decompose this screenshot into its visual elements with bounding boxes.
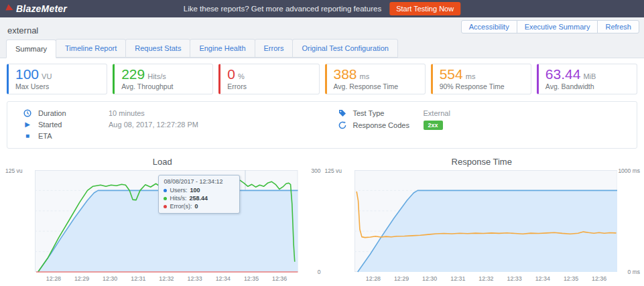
kpi-unit: % — [238, 72, 245, 80]
svg-text:12:34: 12:34 — [216, 275, 231, 282]
kpi-label: Avg. Response Time — [334, 82, 418, 90]
kpi-value: 63.44 — [545, 66, 581, 82]
kpi-label: Avg. Throughput — [121, 82, 206, 90]
tab-timeline-report[interactable]: Timeline Report — [56, 39, 126, 58]
info-label: Test Type — [353, 109, 424, 117]
info-row-response-codes: Response Codes 2xx — [322, 119, 637, 131]
load-chart-block: Load 125 vu 300 0 12:2812:2912:3012:3112… — [3, 153, 322, 286]
refresh-button[interactable]: Refresh — [597, 20, 639, 33]
svg-text:12:32: 12:32 — [159, 275, 174, 282]
tooltip-series-value: 100 — [190, 186, 200, 194]
kpi-avg-response-time: 388ms Avg. Response Time — [325, 64, 426, 94]
report-tabbar: Summary Timeline Report Request Stats En… — [0, 38, 644, 58]
svg-text:12:30: 12:30 — [422, 275, 437, 282]
kpi-value: 229 — [121, 66, 145, 82]
svg-text:12:31: 12:31 — [450, 275, 465, 282]
summary-panel: 100VU Max Users 229Hits/s Avg. Throughpu… — [0, 58, 644, 286]
tooltip-header: 08/08/2017 - 12:34:12 — [164, 178, 235, 185]
svg-text:12:30: 12:30 — [103, 275, 117, 282]
info-label: Duration — [38, 109, 109, 117]
svg-text:12:33: 12:33 — [188, 275, 202, 282]
play-icon: ▶ — [23, 121, 31, 129]
kpi-avg-bandwidth: 63.44MiB Avg. Bandwidth — [537, 64, 637, 94]
info-value: Aug 08, 2017, 12:27:28 PM — [109, 121, 198, 129]
brand-name: BlazeMeter — [16, 3, 67, 14]
tooltip-series-dot — [164, 197, 167, 200]
svg-text:12:29: 12:29 — [393, 275, 408, 282]
square-icon: ■ — [23, 132, 31, 140]
info-label: Response Codes — [353, 121, 424, 129]
info-col-left: Duration 10 minutes ▶ Started Aug 08, 20… — [7, 107, 322, 141]
svg-text:12:29: 12:29 — [74, 275, 89, 282]
tab-errors[interactable]: Errors — [255, 39, 294, 58]
tooltip-series-dot — [164, 205, 167, 208]
promo-text: Like these reports? Get more advanced re… — [184, 5, 381, 13]
kpi-max-users: 100VU Max Users — [7, 64, 107, 94]
tab-summary[interactable]: Summary — [6, 40, 56, 58]
kpi-label: Max Users — [15, 82, 100, 90]
svg-text:12:35: 12:35 — [244, 275, 259, 282]
kpi-value: 100 — [15, 66, 39, 82]
tab-original-test-configuration[interactable]: Original Test Configuration — [292, 39, 397, 58]
response-y-right-top-label: 1000 ms — [618, 167, 640, 174]
kpi-unit: MiB — [583, 72, 596, 80]
kpi-row: 100VU Max Users 229Hits/s Avg. Throughpu… — [0, 58, 644, 97]
response-y-left-label: 125 vu — [325, 167, 342, 174]
kpi-avg-throughput: 229Hits/s Avg. Throughput — [113, 64, 213, 94]
report-header: external Accessibility Executive Summary… — [0, 17, 644, 38]
tooltip-series-value: 258.44 — [189, 194, 208, 202]
svg-text:12:36: 12:36 — [591, 275, 606, 282]
kpi-value: 554 — [440, 66, 463, 82]
kpi-unit: VU — [42, 72, 52, 80]
info-row-eta: ■ ETA — [7, 130, 322, 141]
kpi-label: 90% Response Time — [440, 82, 524, 90]
header-action-group: Accessibility Executive Summary Refresh — [462, 20, 639, 33]
info-value: External — [424, 109, 450, 117]
kpi-errors: 0% Errors — [218, 64, 319, 94]
refresh-circle-icon — [338, 121, 346, 129]
response-time-chart-title: Response Time — [322, 153, 642, 170]
accessibility-button[interactable]: Accessibility — [461, 20, 517, 33]
response-time-chart[interactable]: 12:2812:2912:3012:3112:3212:3312:3412:35… — [355, 170, 618, 285]
svg-text:12:36: 12:36 — [272, 275, 287, 282]
info-col-right: Test Type External Response Codes 2xx — [322, 107, 637, 141]
response-codes-badge[interactable]: 2xx — [424, 121, 443, 130]
tab-request-stats[interactable]: Request Stats — [125, 39, 190, 58]
svg-text:12:28: 12:28 — [365, 275, 380, 282]
response-time-chart-area: 125 vu 1000 ms 0 ms 12:2812:2912:3012:31… — [355, 170, 618, 285]
kpi-90-response-time: 554ms 90% Response Time — [431, 64, 531, 94]
load-y-right-top-label: 300 — [311, 167, 320, 174]
info-label: ETA — [38, 132, 109, 140]
blazemeter-logo[interactable]: BlazeMeter — [7, 3, 67, 14]
load-y-left-label: 125 vu — [5, 167, 23, 174]
tooltip-series-label: Hits/s: — [170, 194, 186, 202]
start-testing-button[interactable]: Start Testing Now — [389, 2, 460, 15]
svg-text:12:32: 12:32 — [478, 275, 493, 282]
tooltip-series-label: Users: — [170, 186, 187, 194]
info-row-duration: Duration 10 minutes — [7, 107, 322, 119]
tooltip-series-label: Error(s): — [170, 202, 192, 210]
tooltip-series-dot — [164, 189, 167, 192]
info-value: 10 minutes — [109, 109, 145, 117]
clock-icon — [23, 109, 31, 117]
tooltip-series-value: 0 — [194, 202, 198, 210]
kpi-unit: ms — [360, 72, 370, 80]
promo-banner: Like these reports? Get more advanced re… — [184, 2, 460, 15]
svg-text:12:34: 12:34 — [535, 275, 550, 282]
page-title: external — [7, 25, 38, 35]
load-chart-area: 125 vu 300 0 12:2812:2912:3012:3112:3212… — [35, 170, 298, 285]
tooltip-rows: Users:100Hits/s:258.44Error(s):0 — [164, 186, 235, 210]
tooltip-row: Users:100 — [164, 186, 235, 194]
response-y-right-bottom-label: 0 ms — [628, 269, 640, 275]
tooltip-row: Hits/s:258.44 — [164, 194, 235, 202]
test-info-panel: Duration 10 minutes ▶ Started Aug 08, 20… — [7, 101, 637, 149]
svg-text:12:35: 12:35 — [563, 275, 578, 282]
executive-summary-button[interactable]: Executive Summary — [517, 20, 598, 33]
svg-text:12:28: 12:28 — [46, 275, 61, 282]
tab-engine-health[interactable]: Engine Health — [190, 39, 255, 58]
kpi-value: 388 — [334, 66, 357, 82]
info-row-test-type: Test Type External — [322, 107, 637, 119]
svg-text:12:33: 12:33 — [507, 275, 521, 282]
kpi-label: Avg. Bandwidth — [545, 82, 630, 90]
svg-text:12:31: 12:31 — [131, 275, 145, 282]
